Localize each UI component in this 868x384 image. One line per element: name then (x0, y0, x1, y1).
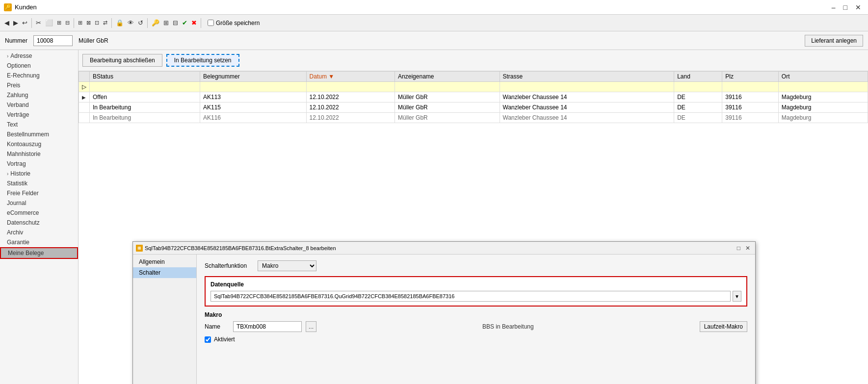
forward-button[interactable]: ▶ (12, 18, 20, 27)
datenquelle-group: Datenquelle ▼ (205, 276, 747, 307)
cell-bstatus: In Bearbeitung (90, 113, 200, 123)
makro-browse-button[interactable]: … (306, 321, 316, 332)
cell-strasse (500, 82, 674, 92)
cell-land: DE (674, 102, 722, 113)
delete-row-button[interactable]: ⊠ (85, 19, 92, 27)
check-button[interactable]: ✔ (181, 18, 189, 27)
size-save-area: Größe speichern (208, 20, 260, 26)
in-bearbeitung-setzen-button[interactable]: In Bearbeitung setzen (166, 54, 239, 67)
sidebar-item-label: Garantie (7, 239, 29, 246)
table-button[interactable]: ⊟ (171, 18, 180, 27)
schalterfunktion-label: Schalterfunktion (205, 262, 254, 269)
sidebar-item-statistik[interactable]: Statistik (0, 179, 78, 188)
copy-row-button[interactable]: ⊡ (93, 19, 101, 27)
dialog-minimize-button[interactable]: □ (735, 244, 742, 252)
sidebar-item-adresse[interactable]: › Adresse (0, 51, 78, 61)
sidebar-item-freie-felder[interactable]: Freie Felder (0, 188, 78, 198)
sidebar: › Adresse Optionen E-Rechnung Preis Zahl… (0, 50, 79, 384)
col-land: Land (674, 72, 722, 82)
close-button[interactable]: ✕ (852, 2, 864, 12)
makro-group: Makro Name … BBS in Bearbeitung Laufzeit… (205, 311, 747, 343)
aktiviert-checkbox[interactable] (205, 336, 211, 343)
maximize-button[interactable]: □ (841, 2, 850, 12)
table-row[interactable]: In Bearbeitung AK116 12.10.2022 Müller G… (79, 113, 868, 123)
datenquelle-dropdown-button[interactable]: ▼ (733, 291, 741, 302)
sidebar-item-vertraege[interactable]: Verträge (0, 110, 78, 120)
cell-arrow (79, 102, 90, 113)
sidebar-item-label: Optionen (7, 62, 31, 69)
undo-button[interactable]: ↩ (21, 18, 29, 27)
sidebar-item-label: Meine Belege (8, 250, 44, 256)
dialog-sidebar-item-schalter[interactable]: Schalter (133, 267, 196, 278)
laufzeit-button[interactable]: Laufzeit-Makro (700, 321, 747, 332)
datenquelle-title: Datenquelle (210, 281, 741, 288)
back-button[interactable]: ◀ (3, 18, 11, 27)
bearbeitung-abschliessen-button[interactable]: Bearbeitung abschließen (82, 54, 162, 67)
title-bar: 🔑 Kunden – □ ✕ (0, 0, 868, 15)
refresh-button[interactable]: ↺ (136, 18, 145, 27)
sidebar-item-label: Bestellnummem (7, 131, 49, 138)
cell-anzeigename: Müller GbR (395, 113, 500, 123)
key-button[interactable]: 🔑 (150, 18, 161, 27)
sidebar-item-vortrag[interactable]: Vortrag (0, 159, 78, 169)
cut-button[interactable]: ✂ (34, 18, 43, 27)
cell-belegnummer: AK115 (200, 102, 306, 113)
col-bstatus: BStatus (90, 72, 200, 82)
table-row[interactable]: ▶ Offen AK113 12.10.2022 Müller GbR Wanz… (79, 92, 868, 102)
move-button[interactable]: ⇄ (102, 19, 109, 27)
grid-button[interactable]: ⊞ (162, 18, 170, 27)
dialog-close-button[interactable]: ✕ (743, 244, 752, 252)
sidebar-item-text[interactable]: Text (0, 120, 78, 129)
sidebar-item-label: Text (7, 121, 18, 128)
cell-datum: 12.10.2022 (306, 113, 395, 123)
sidebar-item-garantie[interactable]: Garantie (0, 237, 78, 247)
sidebar-item-verband[interactable]: Verband (0, 100, 78, 110)
sidebar-item-kontoauszug[interactable]: Kontoauszug (0, 139, 78, 149)
sidebar-item-journal[interactable]: Journal (0, 198, 78, 208)
sidebar-item-label: Journal (7, 200, 26, 206)
cell-land: DE (674, 113, 722, 123)
cell-bstatus (90, 82, 200, 92)
sidebar-item-optionen[interactable]: Optionen (0, 61, 78, 71)
col-anzeigename: Anzeigename (395, 72, 500, 82)
eye-button[interactable]: 👁 (126, 18, 135, 27)
size-save-checkbox[interactable] (208, 20, 214, 26)
add-row-button[interactable]: ⊞ (77, 19, 84, 27)
sidebar-item-label: Preis (7, 82, 20, 89)
table-row[interactable]: In Bearbeitung AK115 12.10.2022 Müller G… (79, 102, 868, 113)
nummer-label: Nummer (5, 37, 27, 44)
sidebar-item-mahnhistorie[interactable]: Mahnhistorie (0, 149, 78, 159)
error-button[interactable]: ✖ (190, 18, 198, 27)
copy-button[interactable]: ⬜ (44, 18, 54, 27)
sidebar-item-historie[interactable]: › Historie (0, 169, 78, 179)
sidebar-item-preis[interactable]: Preis (0, 80, 78, 90)
sidebar-item-archiv[interactable]: Archiv (0, 228, 78, 237)
lock-button[interactable]: 🔒 (114, 18, 125, 27)
sidebar-item-erechnung[interactable]: E-Rechnung (0, 71, 78, 80)
sidebar-item-label: Zahlung (7, 92, 28, 99)
sidebar-item-ecommerce[interactable]: eCommerce (0, 208, 78, 218)
sidebar-item-meine-belege[interactable]: Meine Belege (0, 247, 78, 259)
cell-anzeigename: Müller GbR (395, 92, 500, 102)
dialog-sidebar-item-allgemein[interactable]: Allgemein (133, 256, 196, 267)
paste-button[interactable]: ⊟ (64, 19, 71, 27)
datenquelle-input[interactable] (210, 291, 731, 302)
main-layout: › Adresse Optionen E-Rechnung Preis Zahl… (0, 50, 868, 384)
cell-arrow (79, 113, 90, 123)
nummer-input[interactable] (33, 35, 73, 46)
makro-name-input[interactable] (233, 321, 302, 332)
minimize-button[interactable]: – (829, 2, 839, 12)
lieferant-anlegen-button[interactable]: Lieferant anlegen (805, 35, 863, 47)
cell-anzeigename (395, 82, 500, 92)
belege-table: BStatus Belegnummer Datum ▼ Anzeigename … (79, 71, 868, 123)
schalterfunktion-select[interactable]: Makro (258, 260, 316, 271)
sidebar-item-label: Archiv (7, 229, 23, 236)
cell-belegnummer (200, 82, 306, 92)
paste-table-button[interactable]: ⊞ (55, 19, 63, 27)
dialog-sidebar-label: Schalter (139, 269, 160, 276)
col-belegnummer: Belegnummer (200, 72, 306, 82)
expand-icon: › (7, 171, 8, 177)
sidebar-item-datenschutz[interactable]: Datenschutz (0, 218, 78, 228)
sidebar-item-bestellnummern[interactable]: Bestellnummem (0, 129, 78, 139)
sidebar-item-zahlung[interactable]: Zahlung (0, 90, 78, 100)
